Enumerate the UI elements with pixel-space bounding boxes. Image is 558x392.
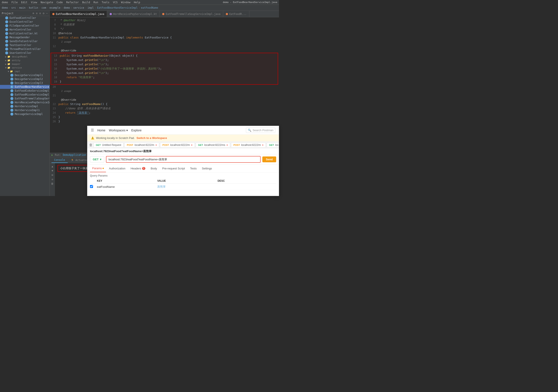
sidebar-item-sendinfocontroller[interactable]: CSendInfoController xyxy=(0,39,50,43)
tab-label: EatFoodR... xyxy=(229,13,246,16)
req-tab-2[interactable]: POST localhost:8222/m ● xyxy=(160,142,195,148)
param-tab-authorization[interactable]: Authorization xyxy=(107,165,128,172)
param-tab-params[interactable]: Params xyxy=(90,165,106,172)
trash-req-icon[interactable]: 🗑 xyxy=(89,143,93,147)
filter-icon[interactable]: ⊞ xyxy=(52,173,53,177)
sidebar-item-eatfoodriceserviceimpl[interactable]: CEatFoodRiceServiceImpl xyxy=(0,93,50,97)
sidebar-item-kotlicontroller[interactable]: CKotliController.kt xyxy=(0,32,50,35)
send-button[interactable]: Send xyxy=(262,156,276,162)
sidebar-item-hornreceivepepserviceimpl[interactable]: CHornReceivePepServiceImpl xyxy=(0,101,50,104)
sidebar-item-mapper[interactable]: ▶ 📁 mapper xyxy=(0,62,50,66)
sidebar-item-excelcontroller[interactable]: CExcelController xyxy=(0,20,50,24)
code-line: 9 */ xyxy=(50,27,279,31)
menu-item-vcs[interactable]: VCS xyxy=(113,1,118,4)
req-tab-5[interactable]: GET localhost:792 xyxy=(267,142,279,148)
sidebar-item-designmodel[interactable]: ▶ 📁 designModel xyxy=(0,55,50,59)
menu-item-refactor[interactable]: Refactor xyxy=(66,1,79,4)
menu-item-build[interactable]: Build xyxy=(82,1,90,4)
sidebar-item-eatfoodbearhandserviceimpl[interactable]: CEatFoodBearHandServiceImpl xyxy=(0,85,50,89)
sidebar-item-service[interactable]: ▼ 📁 service xyxy=(0,66,50,69)
hamburger-icon[interactable]: ☰ xyxy=(91,128,94,132)
run-label: Run: xyxy=(55,153,61,156)
param-tab-prerequest[interactable]: Pre-request Script xyxy=(160,165,187,172)
down-icon[interactable]: ▼ xyxy=(52,169,53,172)
sidebar-item-messagesender[interactable]: CMessageSender xyxy=(0,35,50,39)
param-checkbox[interactable] xyxy=(90,185,93,188)
tab-console[interactable]: Console xyxy=(52,157,68,163)
menu-item-edit[interactable]: Edit xyxy=(21,1,27,4)
tab-eatfoodr[interactable]: EatFoodR... xyxy=(223,11,249,17)
code-usage: 1 usage xyxy=(50,40,279,44)
highlighted-block: 13 public String eatFoodBehavior(Object … xyxy=(50,53,279,85)
tab-eatfoodbearhandserviceimpl[interactable]: EatFoodBearHandServiceImpl.java xyxy=(50,11,107,17)
url-method-selector[interactable]: GET ▾ xyxy=(90,156,104,162)
postman-header: ☰ Home Workspaces ▾ Explore 🔍 Search Pos… xyxy=(87,126,279,135)
req-tab-label: localhost:8222/ms xyxy=(204,144,225,146)
java-class-icon: C xyxy=(10,101,13,104)
menu-item-file[interactable]: File xyxy=(11,1,18,4)
tab-eatfoodtremellasoupserviceimpl[interactable]: EatFoodTremellaSoupServiceImpl.java xyxy=(160,11,223,17)
code-override: @Override xyxy=(50,48,279,53)
sidebar-item-testcontroller[interactable]: CTestController xyxy=(0,43,50,47)
trash-icon[interactable]: 🗑 xyxy=(51,182,54,185)
sidebar-item-eatfoodtremellasoupserviceimpl[interactable]: CEatFoodTremellaSoupServiceImpl xyxy=(0,97,50,101)
menu-item-navigate[interactable]: Navigate xyxy=(41,1,53,4)
param-tab-settings[interactable]: Settings xyxy=(200,165,214,172)
run-icon: ▶ xyxy=(52,153,53,156)
code-usage: 1 usage xyxy=(50,89,279,93)
sidebar-item-horncontroller[interactable]: CHornController xyxy=(0,28,50,32)
menu-item-code[interactable]: Code xyxy=(56,1,63,4)
project-label: Project xyxy=(2,12,14,15)
sidebar-item-threadpoolcontroller[interactable]: CThreadPoolController xyxy=(0,47,50,51)
sidebar-item-eatfoodcontroller[interactable]: CEatFoodController xyxy=(0,16,50,20)
menu-item-run[interactable]: Run xyxy=(93,1,98,4)
menu-item-file[interactable]: demo xyxy=(2,1,8,4)
postman-body: localhost:7923/eatFood?eatFoodName=蒸熊掌 G… xyxy=(87,148,279,196)
switch-workspace-link[interactable]: Switch to a Workspace xyxy=(137,136,167,140)
code-line: 8 * 吃蒸熊掌 xyxy=(50,23,279,27)
sidebar-item-impl[interactable]: ▼ 📁 impl xyxy=(0,69,50,73)
req-tab-4[interactable]: POST localhost:8222/m ● xyxy=(231,142,266,148)
tab-label: EatFoodBearHandServiceImpl.java xyxy=(56,13,104,16)
java-class-icon: C xyxy=(5,51,8,54)
settings-icon[interactable]: ⚙ xyxy=(52,178,53,181)
app-name: DemoApplication xyxy=(63,153,86,156)
req-tab-untitled[interactable]: GET Untitled Request xyxy=(93,142,123,148)
postman-search[interactable]: 🔍 Search Postman xyxy=(246,128,275,133)
sidebar-item-designserviceimpl3[interactable]: CDesignServiceImpl3 xyxy=(0,81,50,85)
sidebar-item-entity[interactable]: ▶ 📁 entity xyxy=(0,59,50,62)
dot-red: ● xyxy=(227,144,228,146)
sidebar-item-messageserviceimpl[interactable]: CMessageServiceImpl xyxy=(0,112,50,116)
java-class-icon: C xyxy=(5,32,8,35)
nav-home[interactable]: Home xyxy=(97,128,105,132)
breadcrumb: demo› src› main› kotlin› com› example› d… xyxy=(0,5,279,11)
menu-item-tools[interactable]: Tools xyxy=(102,1,109,4)
java-icon xyxy=(226,13,228,15)
sidebar-item-designserviceimpl2[interactable]: CDesignServiceImpl2 xyxy=(0,77,50,81)
req-tab-1[interactable]: POST localhost:8222/m ● xyxy=(124,142,159,148)
menu-item-view[interactable]: View xyxy=(31,1,37,4)
sidebar-item-usercontroller[interactable]: CUserController xyxy=(0,51,50,55)
code-line: 24 return "蒸熊掌"; xyxy=(50,111,279,115)
code-line: 15 System.out.println("\n"); xyxy=(51,62,278,67)
sidebar-item-fileoperacontroller[interactable]: CFileOperaController xyxy=(0,24,50,28)
method-text: GET xyxy=(93,158,99,161)
param-tab-tests[interactable]: Tests xyxy=(188,165,199,172)
sidebar-actions[interactable]: ⊕ ≡ ≡ ⚙ − xyxy=(33,12,48,15)
param-tab-headers[interactable]: Headers 6 xyxy=(129,165,148,172)
req-tab-3[interactable]: GET localhost:8222/ms ● xyxy=(196,142,230,148)
key-header: KEY xyxy=(97,179,156,182)
nav-explore[interactable]: Explore xyxy=(131,128,141,132)
sidebar-item-hornserviceimpl[interactable]: CHornServiceImpl xyxy=(0,104,50,108)
tab-hornreceivepepserviceimpl[interactable]: HornReceivePepServiceImpl.kt xyxy=(107,11,160,17)
code-line: 14 System.out.println("\n"); xyxy=(51,58,278,62)
param-tab-body[interactable]: Body xyxy=(148,165,159,172)
url-input[interactable] xyxy=(106,156,261,163)
sidebar-item-designserviceimpl1[interactable]: CDesignServiceImpl1 xyxy=(0,73,50,77)
menu-item-window[interactable]: Window xyxy=(121,1,131,4)
menu-item-help[interactable]: Help xyxy=(134,1,140,4)
sidebar-item-hornserviceimpl1[interactable]: CHornServiceImpl1 xyxy=(0,108,50,112)
nav-workspaces[interactable]: Workspaces ▾ xyxy=(109,128,128,132)
sidebar-item-eatfoodcokeserviceimpl[interactable]: CEatFoodCokeServiceImpl xyxy=(0,89,50,93)
up-icon[interactable]: ▲ xyxy=(52,165,53,168)
